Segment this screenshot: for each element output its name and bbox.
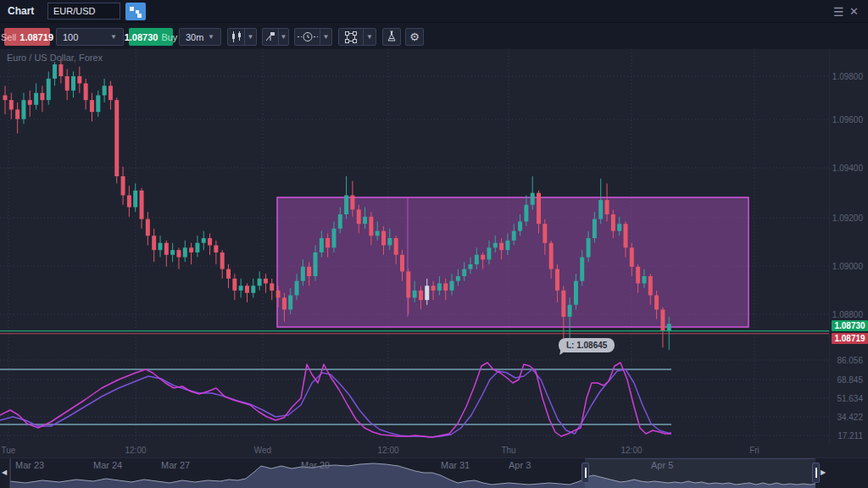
instrument-label: Euro / US Dollar, Forex xyxy=(7,53,103,63)
ask-price-badge: 1.08730 xyxy=(832,320,868,331)
indicator-tick-label: 86.056 xyxy=(837,356,863,365)
indicator-tick-label: 17.211 xyxy=(837,431,863,441)
navigator-date-label: Mar 31 xyxy=(441,460,470,470)
sell-button[interactable]: Sell 1.08719 xyxy=(4,28,50,46)
time-tick-label: 12:00 xyxy=(620,446,642,455)
navigator-selection-window[interactable] xyxy=(585,458,815,488)
bid-price-badge: 1.08719 xyxy=(832,333,868,344)
navigator-date-label: Mar 29 xyxy=(301,460,330,470)
close-icon[interactable]: ✕ xyxy=(849,5,861,18)
navigator-date-label: Apr 3 xyxy=(509,460,531,470)
settings-button[interactable]: ⚙ xyxy=(405,28,424,46)
chevron-down-icon[interactable]: ▼ xyxy=(320,29,331,45)
scroll-left-icon[interactable]: ◀ xyxy=(2,469,7,476)
price-tick-label: 1.09000 xyxy=(832,262,863,271)
window-title-bar: Chart ☰ ✕ xyxy=(0,0,868,23)
chevron-down-icon: ▼ xyxy=(110,33,117,41)
indicator-tick-label: 51.634 xyxy=(837,394,863,403)
page-title: Chart xyxy=(8,5,34,17)
indicator-tick-label: 68.845 xyxy=(837,375,863,385)
settings-gear-icon: ⚙ xyxy=(409,30,420,43)
chevron-down-icon[interactable]: ▼ xyxy=(279,29,288,45)
time-tick-label: Tue xyxy=(2,446,16,455)
timeframe-dropdown[interactable]: 30m▼ xyxy=(179,28,221,46)
chevron-down-icon[interactable]: ▼ xyxy=(245,29,256,45)
navigator-left-handle[interactable] xyxy=(581,463,589,483)
time-tick-label: Fri xyxy=(749,446,760,455)
indicators-button[interactable]: ▼ xyxy=(262,28,289,46)
chart-type-button[interactable]: ▼ xyxy=(227,28,257,46)
indicators-icon xyxy=(263,29,278,45)
price-tick-label: 1.09600 xyxy=(832,115,863,125)
time-tick-label: Thu xyxy=(501,446,515,455)
candlestick-type-icon xyxy=(228,29,244,45)
time-tick-label: Wed xyxy=(254,446,271,455)
analyze-button[interactable] xyxy=(382,28,401,46)
symbol-input[interactable] xyxy=(47,3,120,19)
chevron-down-icon: ▼ xyxy=(208,33,214,41)
periodicity-button[interactable]: ▼ xyxy=(294,28,332,46)
navigator-date-label: Mar 23 xyxy=(15,460,44,470)
chart-navigator[interactable]: ◀ ▶ Mar 23Mar 24Mar 27Mar 29Mar 31Apr 3A… xyxy=(0,458,868,488)
price-tick-label: 1.09800 xyxy=(832,72,863,81)
drawing-frame-icon xyxy=(339,29,363,45)
buy-button[interactable]: 1.08730 Buy xyxy=(129,28,173,46)
navigator-date-label: Apr 5 xyxy=(651,460,673,470)
multi-chart-icon[interactable] xyxy=(125,3,146,20)
price-tick-label: 1.09400 xyxy=(832,164,863,173)
drawing-tools-button[interactable]: ▼ xyxy=(338,28,376,46)
periodicity-clock-icon xyxy=(295,29,320,45)
price-tick-label: 1.08800 xyxy=(832,310,863,319)
chevron-down-icon[interactable]: ▼ xyxy=(364,29,376,45)
indicator-tick-label: 34.422 xyxy=(837,413,863,422)
low-price-tooltip: L: 1.08645 xyxy=(559,338,615,352)
time-tick-label: 12:00 xyxy=(377,446,398,455)
navigator-right-handle[interactable] xyxy=(812,463,820,483)
price-tick-label: 1.09200 xyxy=(832,214,863,223)
quantity-dropdown[interactable]: 100▼ xyxy=(56,28,124,46)
chart-toolbar: Sell 1.08719 100▼ 1.08730 Buy 30m▼ ▼ ▼ ▼… xyxy=(0,23,868,49)
navigator-date-label: Mar 27 xyxy=(161,460,190,470)
scroll-right-icon[interactable]: ▶ xyxy=(821,469,826,476)
time-tick-label: 12:00 xyxy=(125,446,146,455)
analyze-flask-icon xyxy=(387,30,397,44)
navigator-date-label: Mar 24 xyxy=(93,460,122,470)
time-axis[interactable]: Tue12:00Wed12:00Thu12:00Fri xyxy=(0,444,829,458)
price-axis[interactable]: 1.08730 1.08719 1.098001.096001.094001.0… xyxy=(829,49,868,444)
menu-icon[interactable]: ☰ xyxy=(833,6,847,18)
candlestick-chart[interactable] xyxy=(0,0,868,488)
